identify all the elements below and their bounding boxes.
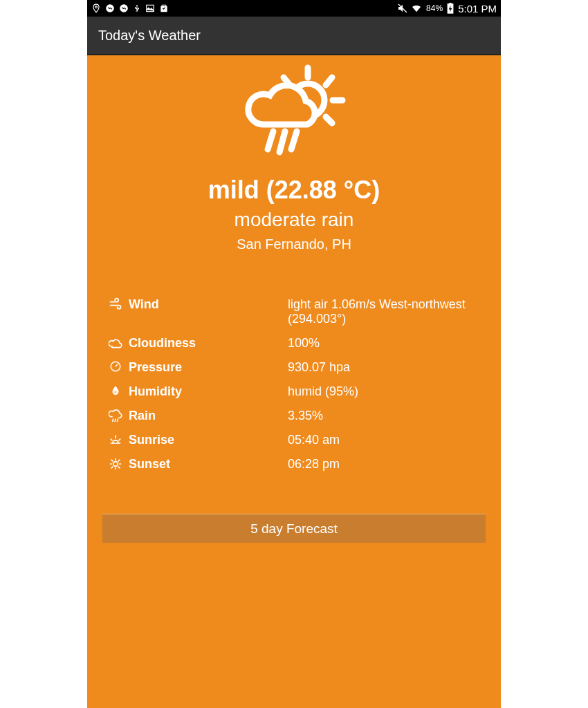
svg-line-15	[291, 131, 297, 149]
svg-line-19	[115, 419, 116, 421]
label-wind: Wind	[125, 297, 288, 312]
svg-point-24	[113, 462, 118, 467]
row-rain: Rain 3.35%	[107, 404, 481, 428]
row-wind: Wind light air 1.06m/s West-northwest (2…	[107, 292, 481, 331]
chat-icon	[105, 3, 115, 13]
forecast-button-label: 5 day Forecast	[250, 521, 338, 537]
sunset-icon	[107, 457, 125, 471]
svg-line-8	[326, 77, 332, 85]
pressure-icon	[107, 360, 125, 373]
battery-percent: 84%	[426, 3, 443, 13]
rain-icon	[107, 409, 125, 422]
weather-rain-sun-icon	[235, 62, 353, 169]
svg-line-30	[118, 467, 120, 468]
svg-line-31	[118, 460, 120, 461]
temperature-headline: mild (22.88 °C)	[208, 176, 380, 205]
location-pin-icon	[91, 3, 101, 13]
svg-line-32	[111, 467, 113, 468]
svg-line-20	[118, 419, 118, 421]
label-rain: Rain	[125, 409, 288, 423]
svg-line-18	[113, 419, 113, 421]
mute-icon	[397, 3, 408, 14]
row-sunrise: Sunrise 05:40 am	[107, 428, 481, 452]
value-sunrise: 05:40 am	[288, 433, 481, 447]
value-sunset: 06:28 pm	[288, 457, 481, 472]
battery-charging-icon	[447, 3, 454, 14]
image-icon	[145, 3, 155, 13]
app-bar: Today's Weather	[87, 17, 501, 55]
device-frame: 84% 5:01 PM Today's Weather	[87, 0, 501, 708]
value-pressure: 930.07 hpa	[288, 360, 481, 375]
svg-line-22	[111, 439, 112, 440]
value-wind: light air 1.06m/s West-northwest (294.00…	[288, 297, 481, 326]
svg-text:%: %	[113, 390, 118, 394]
forecast-button[interactable]: 5 day Forecast	[102, 514, 486, 543]
cloud-icon	[107, 336, 125, 350]
weather-details: Wind light air 1.06m/s West-northwest (2…	[87, 292, 501, 476]
label-humidity: Humidity	[125, 384, 288, 399]
wifi-icon	[411, 3, 422, 14]
svg-line-10	[326, 117, 332, 123]
svg-line-14	[279, 131, 285, 152]
weather-location: San Fernando, PH	[237, 236, 351, 252]
label-pressure: Pressure	[125, 360, 288, 375]
svg-line-23	[119, 439, 120, 440]
svg-rect-6	[450, 3, 452, 4]
usb-icon	[133, 3, 141, 13]
wind-icon	[107, 297, 125, 311]
row-sunset: Sunset 06:28 pm	[107, 452, 481, 476]
label-sunset: Sunset	[125, 457, 288, 472]
main-content: mild (22.88 °C) moderate rain San Fernan…	[87, 55, 501, 708]
label-cloudiness: Cloudiness	[125, 336, 288, 351]
value-cloudiness: 100%	[288, 336, 481, 351]
svg-line-29	[111, 460, 113, 461]
sunrise-icon	[107, 433, 125, 447]
row-pressure: Pressure 930.07 hpa	[107, 355, 481, 380]
humidity-icon: %	[107, 384, 125, 397]
svg-line-13	[268, 131, 273, 149]
store-icon	[159, 3, 169, 13]
row-humidity: % Humidity humid (95%)	[107, 380, 481, 404]
value-humidity: humid (95%)	[288, 384, 481, 399]
label-sunrise: Sunrise	[125, 433, 288, 447]
value-rain: 3.35%	[288, 409, 481, 423]
row-cloudiness: Cloudiness 100%	[107, 331, 481, 355]
weather-condition: moderate rain	[235, 209, 354, 231]
app-title: Today's Weather	[98, 28, 201, 44]
svg-point-0	[95, 6, 98, 8]
status-bar: 84% 5:01 PM	[87, 0, 501, 17]
chat-icon-2	[119, 3, 129, 13]
status-clock: 5:01 PM	[458, 3, 497, 15]
